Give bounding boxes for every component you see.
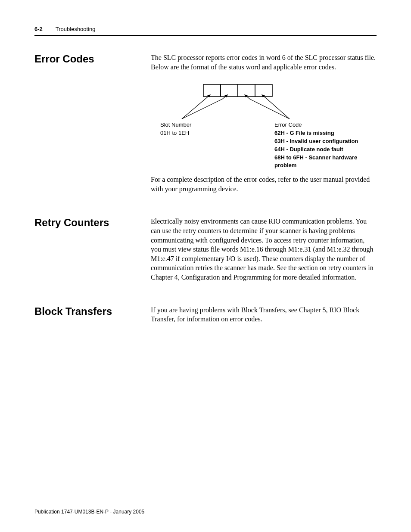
- slot-number-title: Slot Number: [160, 121, 191, 129]
- page: 6-2 Troubleshooting Error Codes The SLC …: [0, 0, 411, 532]
- svg-line-11: [267, 99, 290, 119]
- publication-info: Publication 1747-UM013B-EN-P - January 2…: [34, 509, 144, 515]
- error-codes-outro: For a complete description of the error …: [151, 175, 377, 193]
- section-block-transfers: Block Transfers If you are having proble…: [34, 305, 377, 330]
- section-body-col: The SLC processor reports error codes in…: [151, 53, 377, 199]
- section-heading-col: Retry Counters: [34, 217, 151, 288]
- section-retry-counters: Retry Counters Electrically noisy enviro…: [34, 217, 377, 288]
- section-heading-col: Block Transfers: [34, 305, 151, 330]
- svg-line-5: [222, 95, 227, 99]
- heading-block-transfers: Block Transfers: [34, 305, 151, 317]
- page-header: 6-2 Troubleshooting: [34, 26, 377, 32]
- svg-rect-2: [238, 84, 255, 96]
- slot-number-label: Slot Number 01H to 1EH: [160, 121, 191, 137]
- error-codes-intro: The SLC processor reports error codes in…: [151, 53, 377, 72]
- svg-rect-3: [255, 84, 272, 96]
- svg-rect-0: [203, 84, 221, 96]
- svg-line-10: [250, 99, 290, 119]
- heading-retry-counters: Retry Counters: [34, 217, 151, 229]
- error-code-63h: 63H - Invalid user configuration: [274, 137, 376, 146]
- retry-counters-body: Electrically noisy environments can caus…: [151, 217, 377, 282]
- error-code-68h-6fh: 68H to 6FH - Scanner hardware problem: [274, 154, 376, 170]
- svg-line-4: [205, 95, 210, 99]
- page-number: 6-2: [34, 26, 43, 32]
- chapter-title: Troubleshooting: [56, 26, 96, 32]
- diagram-svg: [152, 80, 376, 123]
- svg-line-6: [245, 95, 250, 99]
- heading-error-codes: Error Codes: [34, 53, 151, 65]
- section-heading-col: Error Codes: [34, 53, 151, 199]
- section-body-col: If you are having problems with Block Tr…: [151, 305, 377, 330]
- slot-number-range: 01H to 1EH: [160, 129, 191, 137]
- section-body-col: Electrically noisy environments can caus…: [151, 217, 377, 288]
- error-code-62h: 62H - G File is missing: [274, 129, 376, 137]
- status-word-diagram: Slot Number 01H to 1EH Error Code 62H - …: [152, 80, 376, 166]
- svg-line-9: [182, 99, 222, 119]
- error-code-title: Error Code: [274, 121, 376, 129]
- error-code-label: Error Code 62H - G File is missing 63H -…: [274, 121, 376, 170]
- svg-rect-1: [221, 84, 238, 96]
- error-code-64h: 64H - Duplicate node fault: [274, 146, 376, 154]
- block-transfers-body: If you are having problems with Block Tr…: [151, 305, 377, 324]
- section-error-codes: Error Codes The SLC processor reports er…: [34, 53, 377, 199]
- svg-line-7: [262, 95, 267, 99]
- page-footer: Publication 1747-UM013B-EN-P - January 2…: [34, 509, 144, 515]
- header-rule: [34, 35, 377, 36]
